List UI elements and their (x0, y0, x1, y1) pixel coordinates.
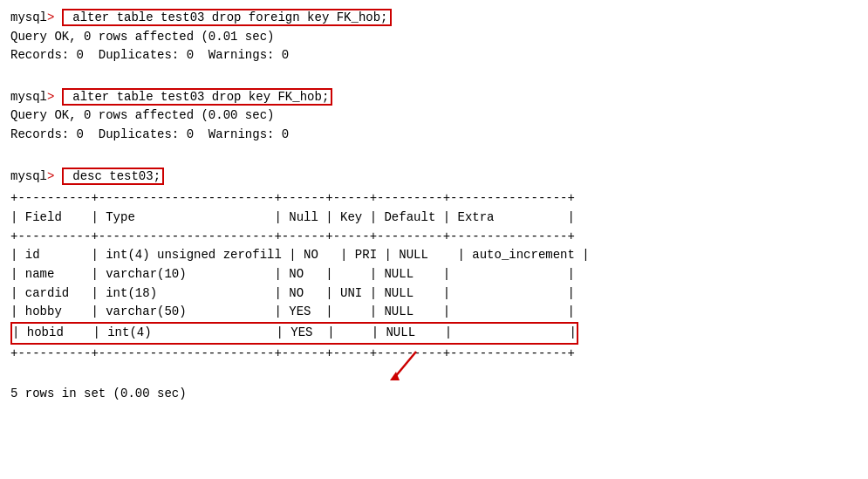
separator-top: +----------+------------------------+---… (10, 189, 858, 209)
output-1-1: Records: 0 Duplicates: 0 Warnings: 0 (10, 46, 858, 65)
table-row-hobby: | hobby | varchar(50) | YES | | NULL | | (10, 303, 858, 322)
cmd-text-2: alter table test03 drop key FK_hob; (65, 90, 329, 104)
table-row-name: | name | varchar(10) | NO | | NULL | | (10, 265, 858, 284)
prompt-text-3: mysql (10, 169, 47, 183)
table-row-id: | id | int(4) unsigned zerofill | NO | P… (10, 246, 858, 265)
table-section: +----------+------------------------+---… (10, 189, 858, 363)
output-1-0: Query OK, 0 rows affected (0.01 sec) (10, 28, 858, 47)
command-line-1: mysql> alter table test03 drop foreign k… (10, 9, 858, 28)
table-header: | Field | Type | Null | Key | Default | … (10, 209, 858, 228)
command-box-2: alter table test03 drop key FK_hob; (62, 88, 332, 106)
separator-bottom: +----------+------------------------+---… (10, 345, 858, 364)
prompt-gt-2: > (47, 90, 54, 104)
svg-line-0 (394, 352, 416, 378)
output-2-0: Query OK, 0 rows affected (0.00 sec) (10, 106, 858, 126)
command-box-3: desc test03; (62, 168, 164, 185)
output-2-1: Records: 0 Duplicates: 0 Warnings: 0 (10, 126, 858, 145)
terminal: mysql> alter table test03 drop foreign k… (10, 9, 858, 404)
prompt-gt-3: > (47, 169, 54, 183)
prompt-text-1: mysql (10, 10, 47, 24)
cmd-text-3: desc test03; (65, 169, 161, 183)
arrow-area (10, 363, 858, 393)
command-line-3: mysql> desc test03; (10, 168, 858, 187)
command-section-3: mysql> desc test03; (10, 168, 858, 187)
prompt-3: mysql> (10, 169, 54, 183)
command-line-2: mysql> alter table test03 drop key FK_ho… (10, 88, 858, 107)
blank-2 (10, 148, 858, 168)
blank-1 (10, 69, 858, 88)
prompt-text-2: mysql (10, 90, 47, 104)
table-row-hobid-wrapper: | hobid | int(4) | YES | | NULL | | (10, 322, 858, 345)
command-section-1: mysql> alter table test03 drop foreign k… (10, 9, 858, 65)
command-section-2: mysql> alter table test03 drop key FK_ho… (10, 88, 858, 145)
prompt-1: mysql> (10, 10, 54, 24)
prompt-gt-1: > (47, 10, 54, 24)
red-arrow-icon (377, 347, 429, 391)
table-row-hobid: | hobid | int(4) | YES | | NULL | | (10, 322, 578, 345)
prompt-2: mysql> (10, 90, 54, 104)
command-box-1: alter table test03 drop foreign key FK_h… (62, 9, 392, 26)
table-row-cardid: | cardid | int(18) | NO | UNI | NULL | | (10, 284, 858, 304)
cmd-text-1: alter table test03 drop foreign key FK_h… (65, 10, 388, 24)
separator-header: +----------+------------------------+---… (10, 228, 858, 247)
